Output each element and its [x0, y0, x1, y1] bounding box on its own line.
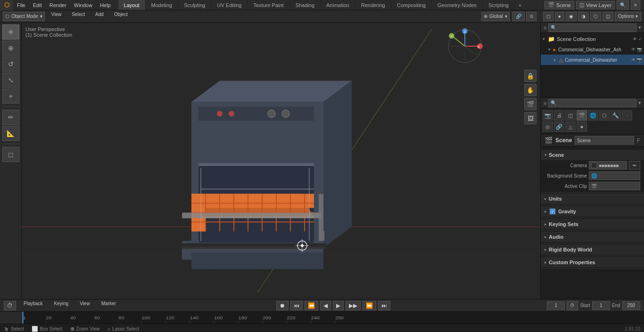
tab-layout[interactable]: Layout — [118, 0, 146, 10]
render-visibility-icon[interactable]: 📷 — [637, 47, 642, 52]
output-props-btn[interactable]: 🖨 — [554, 110, 564, 121]
record-btn[interactable]: ⏺ — [276, 301, 289, 310]
rotate-tool-btn[interactable]: ↺ — [2, 57, 19, 72]
particles-props-btn[interactable]: · — [622, 110, 632, 121]
playback-btn[interactable]: Playback — [20, 301, 47, 310]
audio-group-header[interactable]: ▸ Audio — [541, 232, 644, 242]
prev-frame-btn[interactable]: ◀ — [320, 301, 331, 310]
props-arrow[interactable]: ▾ — [638, 100, 641, 106]
view-menu-btn[interactable]: View — [48, 12, 66, 21]
mesh-render-icon[interactable]: 📷 — [637, 57, 642, 62]
eye-icon[interactable]: 👁 — [633, 37, 637, 41]
tab-texture-paint[interactable]: Texture Paint — [248, 0, 289, 10]
transform-tool-btn[interactable]: ⌖ — [2, 89, 19, 104]
xray-btn[interactable]: ◫ — [603, 12, 613, 21]
constraints-props-btn[interactable]: 🔗 — [554, 121, 564, 132]
render-props-btn[interactable]: 📷 — [543, 110, 553, 121]
outliner-item-scene-collection[interactable]: ▾ 📁 Scene Collection 👁 ✓ — [541, 34, 644, 44]
tab-uv-editing[interactable]: UV Editing — [211, 0, 248, 10]
end-frame-field[interactable]: 250 — [622, 301, 640, 310]
shading-wireframe-btn[interactable]: ◻ — [543, 12, 553, 21]
keying-sets-header[interactable]: ▸ Keying Sets — [541, 219, 644, 229]
tab-scripting[interactable]: Scripting — [483, 0, 515, 10]
modifiers-props-btn[interactable]: 🔧 — [611, 110, 621, 121]
nav-gizmo[interactable]: X Y Z — [446, 27, 484, 65]
jump-start-btn[interactable]: ⏮ — [290, 301, 303, 310]
outliner-options-icon[interactable]: ▾ — [638, 24, 641, 31]
object-menu-btn[interactable]: Object — [110, 12, 132, 21]
units-group-header[interactable]: ▸ Units — [541, 194, 644, 204]
camera-picker-btn[interactable]: ✏ — [629, 161, 640, 170]
frame-drop-down-btn[interactable]: ⏱ — [567, 301, 578, 310]
scene-props-btn[interactable]: 🎬 — [577, 110, 587, 121]
pan-view-btn[interactable]: ✋ — [524, 84, 537, 96]
material-props-btn[interactable]: ● — [577, 121, 587, 132]
marker-btn[interactable]: Marker — [98, 301, 120, 310]
play-btn[interactable]: ▶ — [333, 301, 344, 310]
physics-props-btn[interactable]: ◎ — [543, 121, 553, 132]
background-scene-field[interactable]: 🌐 — [589, 171, 640, 180]
shading-solid-btn[interactable]: ● — [555, 12, 564, 21]
render-preview-btn[interactable]: 🖼 — [524, 112, 537, 124]
menu-edit[interactable]: Edit — [29, 0, 46, 10]
keying-btn[interactable]: Keying — [50, 301, 73, 310]
lock-to-camera-btn[interactable]: 🔒 — [524, 70, 537, 82]
scene-group-header[interactable]: ▾ Scene — [541, 150, 644, 160]
mesh-visibility-icon[interactable]: 👁 — [631, 57, 636, 62]
global-search-btn[interactable]: 🔍 — [617, 0, 629, 10]
gravity-group-header[interactable]: ▸ ✓ Gravity — [541, 206, 644, 217]
menu-render[interactable]: Render — [46, 0, 70, 10]
snap-btn[interactable]: 🔗 — [512, 12, 525, 21]
tab-geometry-nodes[interactable]: Geometry Nodes — [432, 0, 483, 10]
fake-user-btn[interactable]: F — [637, 138, 640, 143]
next-keyframe-btn[interactable]: ⏩ — [363, 301, 376, 310]
current-frame-field[interactable]: 1 — [547, 301, 565, 310]
data-props-btn[interactable]: △ — [565, 121, 576, 132]
shading-render-btn[interactable]: ◑ — [578, 12, 589, 21]
view-layer-selector[interactable]: ◫ View Layer — [576, 1, 615, 9]
outliner-search-input[interactable] — [548, 24, 636, 32]
transform-global-selector[interactable]: ⊕ Global ▾ — [481, 12, 510, 21]
cursor-tool-btn[interactable]: ✛ — [2, 24, 19, 40]
props-filter-icon[interactable]: ≡ — [544, 100, 546, 106]
proportional-btn[interactable]: ⊙ — [526, 12, 537, 21]
gravity-checkbox[interactable]: ✓ — [550, 209, 555, 214]
shading-material-btn[interactable]: ◉ — [566, 12, 577, 21]
view-layer-props-btn[interactable]: ◫ — [565, 110, 576, 121]
tab-animation[interactable]: Animation — [321, 0, 355, 10]
measure-tool-btn[interactable]: 📐 — [2, 126, 19, 141]
scene-name-field[interactable]: Scene — [575, 136, 634, 145]
annotate-tool-btn[interactable]: ✏ — [2, 110, 19, 125]
tab-modeling[interactable]: Modeling — [146, 0, 179, 10]
jump-end-btn[interactable]: ⏭ — [378, 301, 390, 310]
start-frame-field[interactable]: 1 — [592, 301, 610, 310]
options-btn[interactable]: Options ▾ — [615, 12, 641, 21]
add-menu-btn[interactable]: Add — [91, 12, 107, 21]
move-tool-btn[interactable]: ⊕ — [2, 40, 19, 56]
exclude-icon[interactable]: ✓ — [638, 37, 642, 41]
add-cube-btn[interactable]: ◻ — [2, 147, 19, 162]
scene-selector[interactable]: 🎬 Scene — [545, 1, 574, 9]
tab-sculpting[interactable]: Sculpting — [178, 0, 211, 10]
object-mode-selector[interactable]: ⬡ Object Mode ▾ — [3, 12, 45, 21]
visibility-icon[interactable]: 👁 — [631, 47, 636, 52]
menu-window[interactable]: Window — [70, 0, 96, 10]
select-menu-btn[interactable]: Select — [68, 12, 89, 21]
filter-btn[interactable]: ≡ — [631, 0, 640, 10]
props-search-input[interactable] — [548, 99, 636, 107]
rigid-body-header[interactable]: ▸ Rigid Body World — [541, 244, 644, 255]
timeline-clock-btn[interactable]: ⏱ — [4, 301, 16, 310]
world-props-btn[interactable]: 🌐 — [588, 110, 598, 121]
tab-rendering[interactable]: Rendering — [355, 0, 391, 10]
custom-props-header[interactable]: ▸ Custom Properties — [541, 257, 644, 267]
tab-shading[interactable]: Shading — [290, 0, 321, 10]
active-clip-field[interactable]: 🎬 — [589, 182, 640, 190]
camera-value-field[interactable]: ■■■■■■■ — [589, 161, 627, 170]
prev-keyframe-btn[interactable]: ⏪ — [305, 301, 318, 310]
movie-clip-view-btn[interactable]: 🎬 — [524, 98, 537, 110]
scale-tool-btn[interactable]: ⤡ — [2, 73, 19, 88]
timeline-view-btn[interactable]: View — [76, 301, 94, 310]
menu-file[interactable]: File — [13, 0, 29, 10]
3d-viewport[interactable]: User Perspective (1) Scene Collection X … — [22, 23, 540, 299]
menu-help[interactable]: Help — [96, 0, 115, 10]
